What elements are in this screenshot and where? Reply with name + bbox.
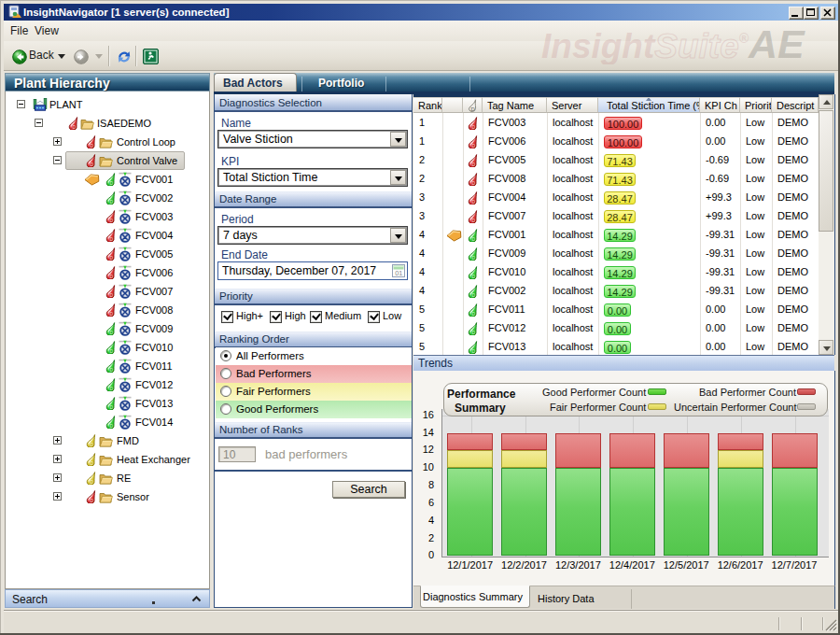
svg-text:D: D <box>110 199 114 205</box>
svg-text:D: D <box>472 330 476 335</box>
svg-text:D: D <box>472 124 476 130</box>
svg-text:D: D <box>110 180 114 186</box>
svg-text:D: D <box>472 143 476 148</box>
svg-text:D: D <box>110 218 114 223</box>
svg-text:D: D <box>472 348 476 354</box>
svg-text:D: D <box>472 180 476 186</box>
svg-text:D: D <box>91 479 94 485</box>
svg-text:D: D <box>110 386 114 391</box>
svg-text:D: D <box>110 255 114 261</box>
svg-text:D: D <box>110 367 114 373</box>
svg-text:01: 01 <box>395 269 402 277</box>
svg-text:D: D <box>91 162 94 167</box>
svg-text:D: D <box>472 274 476 279</box>
svg-text:D: D <box>110 292 114 298</box>
svg-text:D: D <box>110 423 114 429</box>
svg-text:D: D <box>91 498 94 503</box>
svg-text:D: D <box>91 143 94 148</box>
svg-text:D: D <box>110 348 114 354</box>
svg-text:D: D <box>91 460 94 466</box>
svg-text:D: D <box>471 106 476 112</box>
svg-text:D: D <box>472 311 476 317</box>
svg-text:D: D <box>472 199 476 205</box>
svg-text:D: D <box>110 236 114 242</box>
svg-text:D: D <box>472 236 476 242</box>
svg-text:D: D <box>91 442 94 447</box>
svg-text:D: D <box>472 292 476 298</box>
svg-text:D: D <box>110 404 114 410</box>
svg-text:D: D <box>110 311 114 317</box>
svg-text:D: D <box>73 124 77 130</box>
svg-text:D: D <box>110 274 114 279</box>
svg-text:D: D <box>472 255 476 261</box>
svg-text:D: D <box>472 162 476 167</box>
svg-text:D: D <box>472 218 476 223</box>
svg-text:D: D <box>110 330 114 335</box>
